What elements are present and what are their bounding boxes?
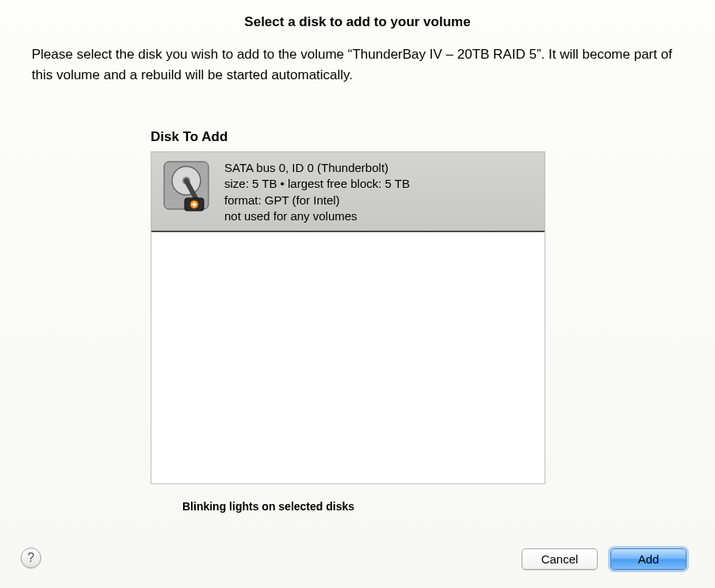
disk-line1: SATA bus 0, ID 0 (Thunderbolt) [224, 160, 410, 176]
disk-row[interactable]: SATA bus 0, ID 0 (Thunderbolt) size: 5 T… [151, 152, 545, 232]
dialog-instructions: Please select the disk you wish to add t… [0, 30, 715, 85]
modal-dialog: Select a disk to add to your volume Plea… [0, 0, 715, 588]
hard-drive-icon [159, 158, 213, 212]
help-button[interactable]: ? [21, 548, 41, 568]
add-button[interactable]: Add [610, 548, 686, 570]
status-line: Blinking lights on selected disks [182, 500, 715, 513]
disk-line4: not used for any volumes [224, 208, 410, 224]
dialog-title: Select a disk to add to your volume [0, 0, 715, 30]
help-icon: ? [28, 551, 35, 565]
disk-line2: size: 5 TB • largest free block: 5 TB [224, 176, 410, 192]
disk-info: SATA bus 0, ID 0 (Thunderbolt) size: 5 T… [224, 158, 410, 224]
dialog-sheet: Select a disk to add to your volume Plea… [0, 0, 715, 588]
disk-to-add-label: Disk To Add [151, 129, 715, 145]
cancel-button[interactable]: Cancel [522, 548, 598, 570]
disk-line3: format: GPT (for Intel) [224, 193, 410, 208]
disk-list[interactable]: SATA bus 0, ID 0 (Thunderbolt) size: 5 T… [151, 151, 545, 484]
button-row: Cancel Add [522, 548, 686, 570]
